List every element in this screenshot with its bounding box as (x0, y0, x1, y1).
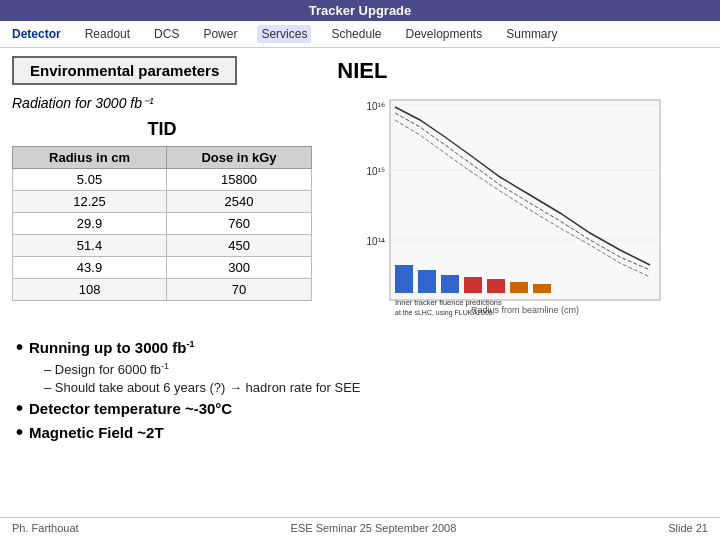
nav-power[interactable]: Power (199, 25, 241, 43)
niel-chart: 10¹⁶ 10¹⁵ 10¹⁴ (360, 95, 670, 325)
nav-services[interactable]: Services (257, 25, 311, 43)
footer-slide: Slide 21 (668, 522, 708, 534)
chart-area: 10¹⁶ 10¹⁵ 10¹⁴ (360, 95, 670, 325)
bullet-sub-1: Design for 6000 fb-1 (44, 361, 708, 377)
col-radius: Radius in cm (13, 147, 167, 169)
content-row: Radiation for 3000 fb⁻¹ TID Radius in cm… (12, 95, 708, 325)
nav-developments[interactable]: Developments (401, 25, 486, 43)
table-row: 29.9760 (13, 213, 312, 235)
tid-table: Radius in cm Dose in kGy 5.051580012.252… (12, 146, 312, 301)
table-row: 10870 (13, 279, 312, 301)
nav-readout[interactable]: Readout (81, 25, 134, 43)
section-header: Environmental parameters NIEL (12, 56, 708, 85)
main-content: Environmental parameters NIEL Radiation … (0, 48, 720, 454)
radiation-title: Radiation for 3000 fb⁻¹ (12, 95, 312, 111)
nav-bar: Detector Readout DCS Power Services Sche… (0, 21, 720, 48)
svg-rect-10 (464, 277, 482, 293)
nav-summary[interactable]: Summary (502, 25, 561, 43)
left-panel: Radiation for 3000 fb⁻¹ TID Radius in cm… (12, 95, 312, 325)
nav-dcs[interactable]: DCS (150, 25, 183, 43)
table-row: 51.4450 (13, 235, 312, 257)
nav-schedule[interactable]: Schedule (327, 25, 385, 43)
svg-rect-13 (533, 284, 551, 293)
col-dose: Dose in kGy (167, 147, 312, 169)
svg-text:Inner tracker fluence predicti: Inner tracker fluence predictions (395, 298, 502, 307)
nav-detector[interactable]: Detector (8, 25, 65, 43)
svg-text:10¹⁵: 10¹⁵ (367, 166, 385, 177)
svg-text:at the sLHC, using FLUKA2006.: at the sLHC, using FLUKA2006. (395, 309, 495, 317)
footer-event: ESE Seminar 25 September 2008 (291, 522, 457, 534)
svg-text:10¹⁴: 10¹⁴ (367, 236, 385, 247)
svg-text:10¹⁶: 10¹⁶ (367, 101, 385, 112)
bullets-section: • Running up to 3000 fb-1 Design for 600… (12, 337, 708, 446)
svg-rect-12 (510, 282, 528, 293)
svg-rect-11 (487, 279, 505, 293)
page-title: Tracker Upgrade (309, 3, 412, 18)
right-panel: 10¹⁶ 10¹⁵ 10¹⁴ (322, 95, 708, 325)
svg-rect-8 (418, 270, 436, 293)
tid-title: TID (12, 119, 312, 140)
bullet-main-3: • Magnetic Field ~2T (16, 422, 708, 442)
env-params-label: Environmental parameters (12, 56, 237, 85)
bullet-main-1: • Running up to 3000 fb-1 (16, 337, 708, 357)
table-row: 43.9300 (13, 257, 312, 279)
table-row: 5.0515800 (13, 169, 312, 191)
bullet-sub-2: Should take about 6 years (?) → hadron r… (44, 380, 708, 395)
svg-rect-9 (441, 275, 459, 293)
bullet-main-2: • Detector temperature ~-30°C (16, 398, 708, 418)
footer-author: Ph. Farthouat (12, 522, 79, 534)
title-bar: Tracker Upgrade (0, 0, 720, 21)
footer: Ph. Farthouat ESE Seminar 25 September 2… (0, 517, 720, 534)
svg-rect-7 (395, 265, 413, 293)
niel-label: NIEL (337, 58, 387, 84)
table-row: 12.252540 (13, 191, 312, 213)
